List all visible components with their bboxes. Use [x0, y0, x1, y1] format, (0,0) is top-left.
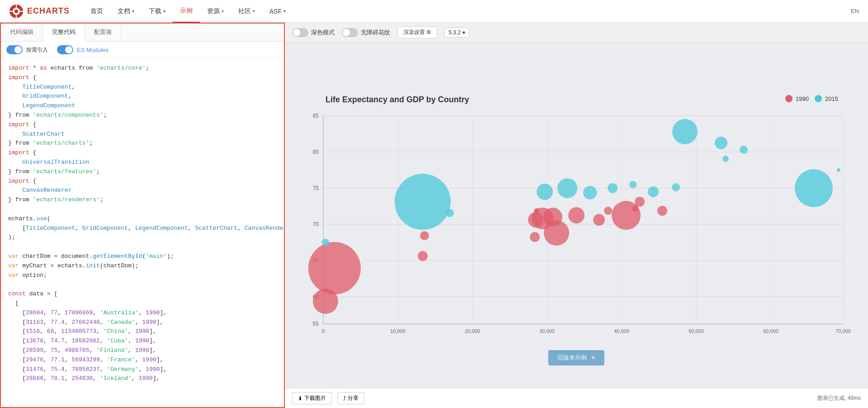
- nav-resources[interactable]: 资源▾: [200, 0, 231, 23]
- toggle-group-1: 按需引入: [6, 45, 48, 54]
- svg-text:55: 55: [313, 321, 319, 327]
- code-line: [: [8, 299, 277, 308]
- code-line: [28666, 78.1, 254830, 'Iceland', 1990],: [8, 374, 277, 384]
- bubble-red-5: [635, 197, 645, 207]
- bubble-cyan-5: [722, 156, 729, 162]
- bubble-cyan-4: [740, 146, 748, 154]
- code-line: UniversalTransition: [8, 158, 277, 167]
- nav-examples[interactable]: 示例: [173, 0, 200, 23]
- bubble-china-1990: [308, 242, 361, 294]
- code-line: CanvasRenderer: [8, 186, 277, 195]
- code-line: var chartDom = document.getElementById('…: [8, 252, 277, 261]
- svg-text:60,000: 60,000: [763, 328, 778, 334]
- legend-2015-label: 2015: [825, 95, 838, 102]
- bubble-cyan-3: [715, 137, 727, 149]
- download-label: 下载图片: [304, 394, 326, 402]
- on-demand-toggle[interactable]: [6, 45, 23, 54]
- chart-title: Life Expectancy and GDP by Country: [326, 95, 469, 104]
- render-settings-button[interactable]: 渲染设置 ⚙: [397, 26, 437, 38]
- header: ECHARTS 首页 文档▾ 下载▾ 示例 资源▾ 社区▾ ASF▾ EN: [0, 0, 868, 23]
- lang-switch[interactable]: EN: [851, 8, 859, 14]
- bubble-red-lowgdp: [313, 289, 338, 314]
- old-version-text: 旧版本示例: [557, 354, 587, 362]
- code-tabs: 代码编辑 完整代码 配置项: [1, 24, 284, 42]
- bubble-canada-2015: [557, 178, 577, 198]
- bubble-cyan-6: [583, 186, 597, 199]
- legend-2015-icon: [815, 95, 822, 102]
- tab-full-code[interactable]: 完整代码: [43, 24, 85, 42]
- code-line: [29476, 77.1, 56943299, 'France', 1990],: [8, 356, 277, 365]
- svg-text:85: 85: [313, 113, 319, 119]
- legend-1990-icon: [785, 95, 793, 102]
- bubble-cuba-2015: [322, 239, 329, 246]
- code-line: ScatterChart: [8, 130, 277, 139]
- svg-text:10,000: 10,000: [390, 328, 406, 334]
- nav-asf[interactable]: ASF▾: [262, 0, 293, 23]
- svg-text:75: 75: [313, 185, 319, 191]
- code-line: [31163, 77.4, 27662440, 'Canada', 1990],: [8, 318, 277, 327]
- resources-arrow-icon: ▾: [222, 9, 224, 14]
- old-version-close-button[interactable]: ×: [591, 354, 595, 362]
- code-line: var option;: [8, 271, 277, 280]
- code-line: import {: [8, 120, 277, 130]
- nav-docs[interactable]: 文档▾: [110, 0, 142, 23]
- svg-text:20,000: 20,000: [465, 328, 480, 334]
- bottom-bar: ⬇ 下载图片 ⤴ 分享 图表已生成, 49ms: [285, 388, 868, 408]
- bubble-cyan-2: [672, 119, 698, 144]
- nav-community[interactable]: 社区▾: [231, 0, 262, 23]
- bubble-cuba-1990: [420, 231, 429, 240]
- code-line: import * as echarts from 'echarts/core';: [8, 64, 277, 73]
- accessibility-toggle-group: 无障碍花纹: [342, 28, 390, 37]
- code-line: import {: [8, 148, 277, 158]
- bubble-iceland-1990: [534, 208, 539, 213]
- docs-arrow-icon: ▾: [132, 9, 134, 14]
- bubble-red-6: [632, 205, 638, 212]
- logo[interactable]: ECHARTS: [9, 4, 70, 19]
- main-nav: 首页 文档▾ 下载▾ 示例 资源▾ 社区▾ ASF▾: [83, 0, 293, 23]
- code-line: [8, 242, 277, 252]
- code-options-bar: 按需引入 ES Modules: [1, 42, 284, 58]
- download-button[interactable]: ⬇ 下载图片: [292, 392, 332, 404]
- es-modules-toggle[interactable]: [57, 45, 73, 54]
- tab-code-edit[interactable]: 代码编辑: [1, 24, 43, 41]
- bubble-red-2: [593, 214, 605, 226]
- version-select[interactable]: 5.3.2 ▾: [444, 28, 469, 38]
- on-demand-label: 按需引入: [26, 46, 48, 54]
- code-line: } from 'echarts/charts';: [8, 139, 277, 148]
- nav-download[interactable]: 下载▾: [142, 0, 173, 23]
- chart-area: Life Expectancy and GDP by Country 1990 …: [285, 43, 868, 388]
- code-line: LegendComponent: [8, 101, 277, 111]
- code-line: } from 'echarts/features';: [8, 167, 277, 177]
- dark-mode-toggle-group: 深色模式: [292, 28, 335, 37]
- code-line: echarts.use(: [8, 214, 277, 224]
- code-line: [31476, 75.4, 78958237, 'Germany', 1990]…: [8, 365, 277, 375]
- dark-mode-label: 深色模式: [311, 28, 335, 37]
- svg-text:50,000: 50,000: [689, 328, 704, 334]
- main-container: 代码编辑 完整代码 配置项 按需引入 ES Modules import * a…: [0, 23, 868, 408]
- download-arrow-icon: ▾: [163, 9, 165, 14]
- bubble-red-7: [657, 206, 667, 216]
- code-line: [8, 280, 277, 289]
- svg-point-2: [14, 9, 18, 13]
- accessibility-label: 无障碍花纹: [361, 28, 390, 37]
- code-line: [1516, 68, 1154605773, 'China', 1990],: [8, 327, 277, 337]
- tab-config[interactable]: 配置项: [85, 24, 121, 41]
- logo-text: ECHARTS: [27, 6, 70, 16]
- code-editor[interactable]: import * as echarts from 'echarts/core';…: [1, 58, 284, 407]
- right-panel: 深色模式 无障碍花纹 渲染设置 ⚙ 5.3.2 ▾: [285, 23, 868, 408]
- nav-home[interactable]: 首页: [83, 0, 110, 23]
- bottom-actions: ⬇ 下载图片 ⤴ 分享: [292, 392, 364, 404]
- bubble-cyan-9: [648, 186, 659, 197]
- bubble-cyan-10: [672, 183, 680, 191]
- bubble-china-2015: [395, 174, 451, 230]
- code-line: [13670, 74.7, 10582082, 'Cuba', 1990],: [8, 337, 277, 346]
- svg-text:0: 0: [322, 328, 325, 334]
- asf-arrow-icon: ▾: [283, 9, 286, 14]
- legend-1990-label: 1990: [796, 95, 809, 102]
- accessibility-toggle[interactable]: [342, 28, 358, 37]
- bubble-cyan-1: [446, 209, 454, 217]
- share-button[interactable]: ⤴ 分享: [337, 392, 364, 404]
- code-line: var myChart = echarts.init(chartDom);: [8, 261, 277, 271]
- dark-mode-toggle[interactable]: [292, 28, 308, 37]
- chart-svg: Life Expectancy and GDP by Country 1990 …: [292, 49, 861, 381]
